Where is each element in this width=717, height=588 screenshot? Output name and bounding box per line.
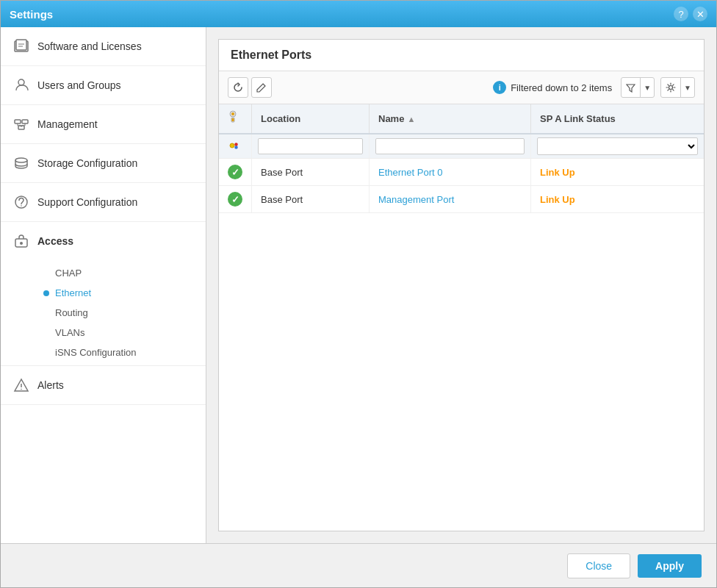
filter-status-cell[interactable]: Link Up Link Down xyxy=(531,134,705,159)
row2-name[interactable]: Management Port xyxy=(378,194,454,205)
filter-name-cell[interactable] xyxy=(370,134,531,159)
row2-name-cell[interactable]: Management Port xyxy=(370,186,531,213)
content-panel: Ethernet Ports xyxy=(218,39,705,531)
storage-label: Storage Configuration xyxy=(37,157,137,169)
table-filter-row: Link Up Link Down xyxy=(219,134,704,159)
active-dot-ethernet xyxy=(43,290,49,296)
support-label: Support Configuration xyxy=(37,196,137,208)
col-header-name[interactable]: Name ▲ xyxy=(370,104,531,134)
apply-button[interactable]: Apply xyxy=(638,554,702,578)
settings-chevron-icon: ▼ xyxy=(681,78,694,97)
sort-asc-icon: ▲ xyxy=(407,115,415,123)
close-window-button[interactable]: ✕ xyxy=(693,7,707,21)
content-area: Ethernet Ports xyxy=(206,27,716,543)
row1-link-status: Link Up xyxy=(540,167,575,178)
access-section-header[interactable]: Access xyxy=(1,222,206,260)
info-icon: i xyxy=(493,81,506,94)
alerts-icon xyxy=(12,376,30,394)
location-filter-input[interactable] xyxy=(258,138,363,154)
row2-link-status: Link Up xyxy=(540,194,575,205)
panel-title: Ethernet Ports xyxy=(231,49,311,61)
alerts-label: Alerts xyxy=(37,379,64,391)
panel-header: Ethernet Ports xyxy=(219,40,704,71)
storage-icon xyxy=(12,154,30,172)
svg-rect-27 xyxy=(235,146,237,148)
filter-info-text: Filtered down to 2 items xyxy=(511,82,612,93)
row1-name-cell[interactable]: Ethernet Port 0 xyxy=(370,159,531,186)
filter-info: i Filtered down to 2 items xyxy=(493,81,612,94)
sidebar-item-storage[interactable]: Storage Configuration xyxy=(1,144,206,183)
sidebar-item-ethernet[interactable]: Ethernet xyxy=(37,283,206,303)
svg-rect-6 xyxy=(22,120,28,123)
table-container: Location Name ▲ SP A Link Status xyxy=(219,104,704,531)
status-ok-icon-1: ✓ xyxy=(228,165,242,179)
software-icon xyxy=(12,37,30,55)
footer: Close Apply xyxy=(1,543,716,587)
row2-status-cell: ✓ xyxy=(219,186,252,213)
access-section: Access CHAP Ethernet Routing xyxy=(1,222,206,366)
status-ok-icon-2: ✓ xyxy=(228,192,242,207)
support-icon xyxy=(12,193,30,211)
table-header-row: Location Name ▲ SP A Link Status xyxy=(219,104,704,134)
filter-icon xyxy=(621,78,641,97)
edit-button[interactable] xyxy=(251,77,272,98)
table-row[interactable]: ✓ Base Port Management Port Link Up xyxy=(219,186,704,213)
status-filter-select[interactable]: Link Up Link Down xyxy=(537,137,698,155)
filter-location-cell[interactable] xyxy=(252,134,370,159)
exclamation-header-text xyxy=(228,116,242,127)
row1-status-text-cell: Link Up xyxy=(531,159,705,186)
settings-button[interactable]: ▼ xyxy=(660,77,695,98)
sidebar-item-routing[interactable]: Routing xyxy=(37,303,206,323)
name-filter-input[interactable] xyxy=(375,138,525,154)
sidebar-item-alerts[interactable]: Alerts xyxy=(1,366,206,405)
access-sub-items: CHAP Ethernet Routing VLANs xyxy=(1,260,206,365)
svg-point-14 xyxy=(21,205,22,207)
titlebar: Settings ? ✕ xyxy=(1,1,716,27)
row1-name[interactable]: Ethernet Port 0 xyxy=(378,167,442,178)
edit-icon xyxy=(256,82,267,93)
sidebar-item-users-groups[interactable]: Users and Groups xyxy=(1,66,206,105)
ethernet-ports-table: Location Name ▲ SP A Link Status xyxy=(219,104,704,213)
management-icon xyxy=(12,115,30,133)
svg-rect-23 xyxy=(232,118,234,121)
row2-location: Base Port xyxy=(261,194,303,205)
sidebar-item-isns[interactable]: iSNS Configuration xyxy=(37,343,206,362)
row2-location-cell: Base Port xyxy=(252,186,370,213)
help-button[interactable]: ? xyxy=(674,7,688,21)
filter-button[interactable]: ▼ xyxy=(621,77,655,98)
sidebar-item-management[interactable]: Management xyxy=(1,105,206,144)
svg-point-25 xyxy=(230,143,234,148)
vlans-label: VLANs xyxy=(55,327,84,338)
svg-point-18 xyxy=(21,389,22,390)
svg-point-24 xyxy=(231,112,234,115)
access-label: Access xyxy=(37,235,73,247)
svg-point-4 xyxy=(18,79,24,85)
svg-rect-5 xyxy=(15,120,21,123)
settings-window: Settings ? ✕ Software and Licenses xyxy=(0,0,717,588)
refresh-icon xyxy=(233,82,243,93)
sidebar-item-vlans[interactable]: VLANs xyxy=(37,323,206,343)
svg-point-12 xyxy=(15,158,27,162)
management-label: Management xyxy=(37,118,98,130)
status-header-text: SP A Link Status xyxy=(540,113,616,124)
name-header-wrapper: Name ▲ xyxy=(378,113,522,124)
filter-exclamation-cell xyxy=(219,134,252,159)
sidebar-item-software-licenses[interactable]: Software and Licenses xyxy=(1,27,206,66)
filter-chevron-icon: ▼ xyxy=(641,78,654,97)
access-icon xyxy=(12,232,30,250)
gear-icon xyxy=(661,78,681,97)
routing-label: Routing xyxy=(55,307,88,318)
filter-icons-combined xyxy=(228,139,242,152)
refresh-button[interactable] xyxy=(228,77,248,98)
sidebar-item-support[interactable]: Support Configuration xyxy=(1,183,206,222)
window-title: Settings xyxy=(10,8,53,21)
sidebar-item-chap[interactable]: CHAP xyxy=(37,263,206,283)
svg-rect-1 xyxy=(16,40,26,50)
svg-marker-19 xyxy=(627,85,635,92)
row1-location-cell: Base Port xyxy=(252,159,370,186)
titlebar-controls: ? ✕ xyxy=(674,7,707,21)
name-header-text: Name xyxy=(378,113,404,124)
row2-status-text-cell: Link Up xyxy=(531,186,705,213)
close-button[interactable]: Close xyxy=(567,553,630,578)
table-row[interactable]: ✓ Base Port Ethernet Port 0 Link Up xyxy=(219,159,704,186)
